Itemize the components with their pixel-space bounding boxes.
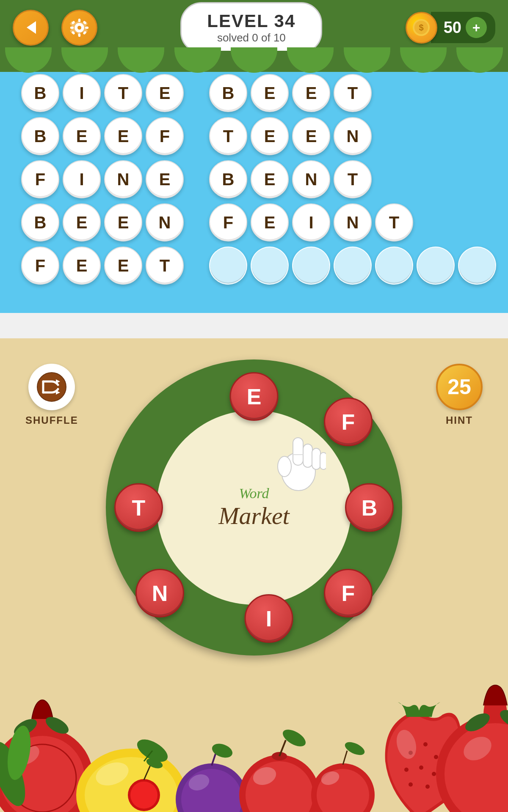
shuffle-icon-circle (28, 364, 75, 410)
wheel-letter-T-left[interactable]: T (114, 483, 163, 532)
wheel-letter-B-right[interactable]: B (345, 483, 394, 532)
hint-icon-circle: 25 (436, 364, 483, 410)
letter-E: E (251, 117, 289, 155)
settings-button[interactable] (61, 10, 97, 46)
letter-E: E (104, 117, 142, 155)
letter-F: F (21, 160, 59, 198)
letter-N: N (104, 160, 142, 198)
letter-I: I (63, 160, 101, 198)
svg-line-50 (343, 751, 347, 765)
shuffle-button[interactable]: SHUFFLE (25, 364, 78, 426)
letter-E: E (104, 203, 142, 241)
word-market-logo: Word Market (218, 486, 290, 530)
wheel-inner: Word Market (157, 410, 351, 605)
word-column-right: B E E T T E E N B E N T F E (209, 74, 496, 285)
header-bar: LEVEL 34 solved 0 of 10 $ 50 + (0, 0, 508, 55)
top-game-area: LEVEL 34 solved 0 of 10 $ 50 + (0, 0, 508, 313)
svg-rect-5 (70, 26, 74, 28)
letter-E: E (251, 203, 289, 241)
gear-icon (70, 18, 89, 37)
letter-T: T (104, 74, 142, 112)
level-title: LEVEL 34 (207, 11, 295, 31)
empty-circle (375, 247, 413, 285)
empty-circle (292, 247, 330, 285)
word-row-feint: F E I N T (209, 203, 496, 241)
letter-N: N (334, 117, 372, 155)
letter-F: F (209, 203, 247, 241)
fruit-svg (0, 668, 508, 812)
add-coins-button[interactable]: + (466, 17, 487, 38)
wheel-letter-F-topright[interactable]: F (324, 398, 373, 446)
letter-E: E (146, 74, 184, 112)
wheel-letter-E-top[interactable]: E (230, 372, 279, 421)
empty-circle (209, 247, 247, 285)
svg-text:$: $ (419, 23, 423, 32)
coin-icon: $ (406, 12, 437, 44)
letter-F: F (21, 247, 59, 285)
letter-wheel: Word Market E F B F I N T (106, 359, 402, 656)
coin-count-box: 50 + (431, 12, 495, 43)
letter-E: E (63, 117, 101, 155)
svg-point-46 (280, 726, 309, 750)
letter-T: T (146, 247, 184, 285)
coin-svg: $ (412, 18, 431, 37)
word-row-been: B E E N (21, 203, 184, 241)
letter-T: T (375, 203, 413, 241)
wheel-letter-N-bottomleft[interactable]: N (135, 569, 184, 617)
fruit-decoration (0, 668, 508, 812)
svg-point-56 (419, 765, 423, 770)
svg-point-58 (409, 782, 413, 787)
letter-E: E (63, 203, 101, 241)
svg-point-59 (425, 785, 430, 789)
svg-point-53 (423, 742, 428, 746)
svg-point-57 (432, 772, 436, 776)
word-row-teen: T E E N (209, 117, 496, 155)
letter-B: B (21, 117, 59, 155)
svg-point-54 (434, 755, 438, 759)
back-icon (22, 19, 39, 36)
letter-E: E (104, 247, 142, 285)
svg-marker-0 (27, 21, 36, 34)
level-badge: LEVEL 34 solved 0 of 10 (180, 2, 322, 53)
letter-B: B (209, 160, 247, 198)
coins-display: $ 50 + (406, 12, 495, 44)
word-grid-area: B I T E B E E F F I N E B E (0, 66, 508, 293)
letter-T: T (209, 117, 247, 155)
middle-divider (0, 313, 508, 338)
letter-B: B (21, 203, 59, 241)
wheel-letter-F-bottomright[interactable]: F (324, 569, 373, 617)
letter-E: E (251, 160, 289, 198)
empty-circle (458, 247, 496, 285)
letter-N: N (292, 160, 330, 198)
svg-point-51 (343, 740, 366, 758)
svg-point-12 (77, 26, 81, 30)
hint-label: HINT (446, 414, 473, 426)
svg-rect-4 (78, 33, 80, 37)
letter-F: F (146, 117, 184, 155)
letter-B: B (209, 74, 247, 112)
word-column-left: B I T E B E E F F I N E B E (21, 74, 184, 285)
coin-count: 50 (444, 19, 461, 37)
wheel-letter-I-bottom[interactable]: I (245, 594, 293, 643)
letter-E: E (292, 117, 330, 155)
word-row-feet: F E E T (21, 247, 184, 285)
svg-point-70 (130, 782, 157, 809)
word-row-beet: B E E T (209, 74, 496, 112)
hint-button[interactable]: 25 HINT (436, 364, 483, 426)
letter-N: N (334, 203, 372, 241)
svg-point-16 (37, 373, 66, 401)
empty-circle (334, 247, 372, 285)
letter-I: I (63, 74, 101, 112)
svg-point-55 (404, 768, 409, 772)
empty-circle (251, 247, 289, 285)
word-row-bite: B I T E (21, 74, 184, 112)
hint-count: 25 (447, 375, 471, 399)
back-button[interactable] (13, 10, 49, 46)
shuffle-label: SHUFFLE (25, 414, 78, 426)
logo-word: Word (218, 486, 290, 502)
letter-T: T (334, 160, 372, 198)
bottom-game-area: SHUFFLE 25 HINT Word Market E F B F I (0, 338, 508, 812)
letter-I: I (292, 203, 330, 241)
empty-circle (417, 247, 455, 285)
shuffle-icon (37, 372, 66, 402)
